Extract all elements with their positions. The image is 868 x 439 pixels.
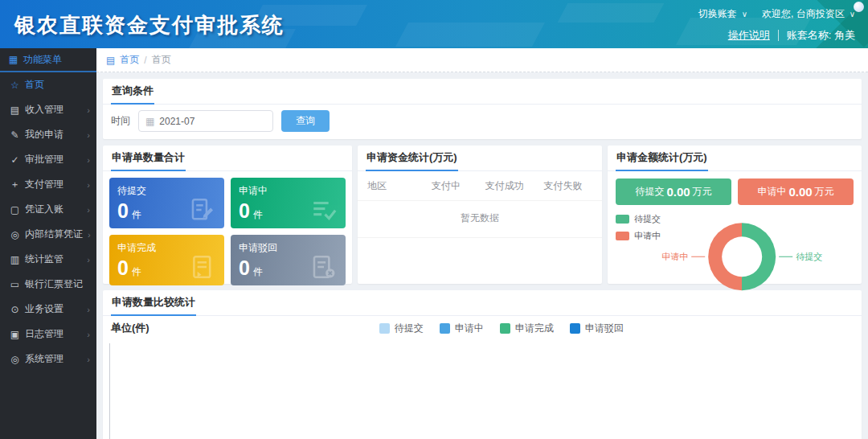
account-name-label: 账套名称: 角美: [787, 28, 855, 43]
chevron-right-icon: ›: [87, 255, 90, 265]
chevron-right-icon: ›: [87, 155, 90, 165]
chevron-right-icon: ›: [87, 355, 90, 364]
funds-statistics-panel: 申请资金统计(万元) 地区 支付中 支付成功 支付失败 暂无数据: [358, 146, 602, 284]
stat-card-pending-submit[interactable]: 待提交 0件: [109, 178, 224, 228]
legend-swatch: [570, 323, 580, 334]
corner-widget-dot[interactable]: [854, 2, 864, 12]
sidebar-item-home[interactable]: ☆ 首页: [0, 72, 96, 97]
application-count-panel: 申请单数量合计 待提交 0件: [103, 146, 352, 284]
sidebar-item-payment[interactable]: ＋ 支付管理 ›: [0, 172, 96, 197]
header-decoration: [395, 23, 545, 47]
donut-label-in-progress: 申请中: [661, 251, 705, 263]
legend-swatch: [616, 232, 629, 240]
sidebar-header-menu[interactable]: ▦ 功能菜单: [0, 48, 96, 72]
check-icon: ✓: [10, 154, 20, 166]
sidebar-item-bank-draft[interactable]: ▭ 银行汇票登记: [0, 272, 96, 297]
welcome-user-dropdown[interactable]: 欢迎您, 台商投资区 ∨: [762, 7, 855, 21]
column-region: 地区: [367, 179, 417, 193]
sidebar-item-business-settings[interactable]: ⊙ 业务设置 ›: [0, 297, 96, 322]
legend-item-completed[interactable]: 申请完成: [500, 322, 554, 335]
list-check-icon: [310, 196, 338, 224]
stat-card-completed[interactable]: 申请完成 0件: [109, 235, 224, 285]
column-paying: 支付中: [417, 179, 476, 193]
badge-pending-submit-amount: 待提交0.00万元: [616, 178, 731, 205]
sidebar-item-my-applications[interactable]: ✎ 我的申请 ›: [0, 122, 96, 147]
comparison-chart-panel: 申请数量比较统计 单位(件) 待提交 申请中: [103, 290, 862, 439]
bar-chart-icon: ▥: [10, 254, 20, 265]
legend-swatch: [500, 323, 510, 334]
sidebar-item-internal-settlement[interactable]: ◎ 内部结算凭证 ›: [0, 222, 96, 247]
query-panel: 查询条件 时间 ▦ 查询: [103, 79, 862, 139]
legend-swatch: [616, 215, 629, 224]
empty-data-text: 暂无数据: [358, 201, 602, 238]
badge-in-progress-amount: 申请中0.00万元: [738, 178, 854, 205]
donut-ring: [708, 223, 776, 290]
amount-statistics-panel: 申请金额统计(万元) 待提交0.00万元 申请中0.00万元: [608, 146, 862, 284]
sidebar-item-log-management[interactable]: ▣ 日志管理 ›: [0, 322, 96, 347]
gear-icon: ◎: [10, 354, 20, 365]
chevron-right-icon: ›: [87, 305, 90, 314]
menu-grid-icon: ▦: [8, 54, 18, 65]
donut-chart-zone: 待提交 申请中 申请中: [608, 210, 862, 293]
divider: [778, 30, 779, 41]
chart-unit-label: 单位(件): [111, 321, 149, 335]
app-title: 银农直联资金支付审批系统: [14, 11, 285, 39]
column-pay-failed: 支付失败: [534, 179, 592, 193]
legend-item-pending-submit[interactable]: 待提交: [379, 322, 424, 335]
paperclip-icon: ⊙: [10, 304, 20, 315]
column-pay-success: 支付成功: [475, 179, 534, 193]
switch-account-dropdown[interactable]: 切换账套 ∨: [698, 7, 747, 21]
legend-item-in-progress[interactable]: 申请中: [440, 322, 484, 335]
chevron-down-icon: ∨: [850, 10, 855, 18]
header-decoration: [558, 3, 665, 23]
home-star-icon: ☆: [10, 80, 20, 91]
funds-panel-title: 申请资金统计(万元): [358, 146, 602, 171]
bar-chart-legend: 待提交 申请中 申请完成: [149, 322, 854, 335]
count-panel-title: 申请单数量合计: [103, 146, 352, 171]
content: 查询条件 时间 ▦ 查询: [96, 72, 868, 439]
breadcrumb-home-link[interactable]: 首页: [120, 53, 139, 67]
chevron-right-icon: ›: [87, 330, 90, 339]
sidebar-item-approval[interactable]: ✓ 审批管理 ›: [0, 147, 96, 172]
sidebar: ▦ 功能菜单 ☆ 首页 ▤ 收入管理 › ✎ 我的申请 › ✓ 审批管理 ›: [0, 48, 96, 439]
date-picker[interactable]: ▦: [138, 110, 273, 132]
pencil-icon: ✎: [10, 129, 20, 141]
legend-item-rejected[interactable]: 申请驳回: [570, 322, 624, 335]
chevron-right-icon: ›: [87, 180, 90, 190]
card-icon: ▭: [10, 279, 20, 290]
document-reject-icon: [310, 253, 338, 281]
chevron-right-icon: ›: [87, 130, 90, 140]
plus-cross-icon: ＋: [10, 178, 20, 191]
date-input[interactable]: [159, 116, 266, 127]
chevron-right-icon: ›: [87, 105, 90, 115]
document-icon: [189, 253, 216, 281]
app-screen: 银农直联资金支付审批系统 切换账套 ∨ 欢迎您, 台商投资区 ∨ 操作说明 账套…: [0, 0, 868, 439]
header-user-area: 切换账套 ∨ 欢迎您, 台商投资区 ∨ 操作说明 账套名称: 角美: [698, 7, 855, 43]
edit-doc-icon: ▣: [10, 329, 20, 340]
chevron-right-icon: ›: [87, 205, 90, 215]
page-doc-icon: ▤: [106, 55, 115, 66]
document-edit-icon: [189, 196, 216, 224]
stat-card-in-progress[interactable]: 申请中 0件: [231, 178, 346, 228]
time-label: 时间: [111, 114, 130, 128]
main-area: ▤ 首页 / 首页 查询条件 时间 ▦: [96, 48, 868, 439]
briefcase-icon: ▢: [10, 204, 20, 215]
empty-bar-chart-plot: [109, 343, 854, 439]
legend-swatch: [379, 323, 390, 334]
gear-icon: ◎: [10, 229, 20, 240]
sidebar-item-statistics[interactable]: ▥ 统计监管 ›: [0, 247, 96, 272]
stat-card-rejected[interactable]: 申请驳回 0件: [231, 235, 346, 285]
callout-line: [691, 256, 705, 257]
sidebar-item-system-management[interactable]: ◎ 系统管理 ›: [0, 347, 96, 371]
sidebar-item-voucher-entry[interactable]: ▢ 凭证入账 ›: [0, 197, 96, 222]
amount-panel-title: 申请金额统计(万元): [608, 146, 862, 171]
legend-swatch: [440, 323, 450, 334]
search-button[interactable]: 查询: [281, 110, 330, 132]
operation-guide-link[interactable]: 操作说明: [728, 28, 770, 43]
breadcrumb-current: 首页: [152, 53, 171, 67]
chevron-right-icon: ›: [88, 230, 91, 240]
document-icon: ▤: [10, 105, 20, 116]
sidebar-item-income[interactable]: ▤ 收入管理 ›: [0, 97, 96, 122]
breadcrumb: ▤ 首页 / 首页: [96, 48, 868, 72]
funds-table-header: 地区 支付中 支付成功 支付失败: [358, 171, 602, 201]
